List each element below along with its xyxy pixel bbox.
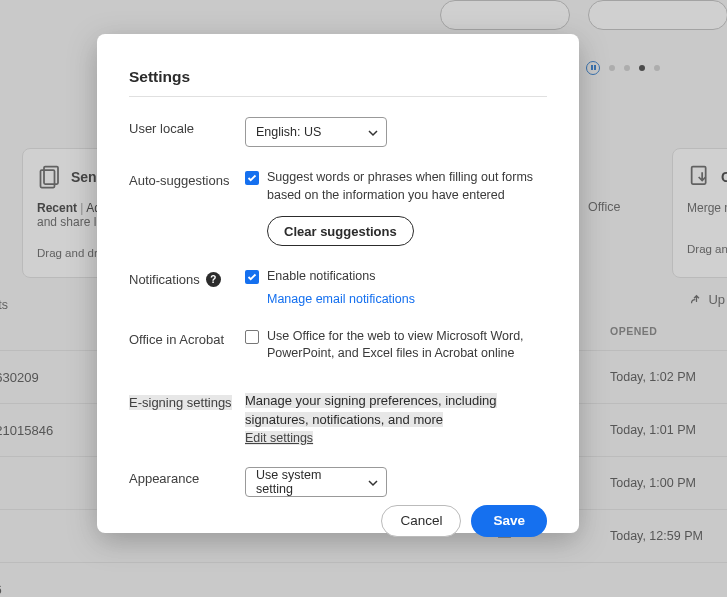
opened-header: OPENED [610, 325, 657, 337]
upload-icon [689, 292, 704, 307]
documents-icon [37, 163, 65, 191]
row-esigning: E-signing settings Manage your signing p… [129, 391, 547, 445]
enable-notifications-text: Enable notifications [267, 268, 375, 286]
row-notifications: Notifications ? Enable notifications Man… [129, 268, 547, 306]
autosuggest-label: Auto-suggestions [129, 169, 245, 188]
locale-select[interactable]: English: US [245, 117, 387, 147]
office-checkbox[interactable] [245, 330, 259, 344]
chevron-down-icon [368, 127, 378, 141]
settings-modal: Settings User locale English: US Auto-su… [97, 34, 579, 533]
autosuggest-checkbox[interactable] [245, 171, 259, 185]
office-text: Use Office for the web to view Microsoft… [267, 328, 547, 363]
save-button[interactable]: Save [471, 505, 547, 537]
esigning-label: E-signing settings [129, 395, 232, 410]
carousel-dots [586, 61, 660, 75]
locale-value: English: US [256, 125, 321, 139]
enable-notifications-checkbox[interactable] [245, 270, 259, 284]
modal-title: Settings [129, 68, 547, 86]
appearance-select[interactable]: Use system setting [245, 467, 387, 497]
cancel-button[interactable]: Cancel [381, 505, 461, 537]
appearance-value: Use system setting [256, 468, 360, 496]
row-autosuggest: Auto-suggestions Suggest words or phrase… [129, 169, 547, 246]
svg-rect-2 [692, 167, 706, 185]
combine-icon [687, 163, 715, 191]
card-combine: Co Merge mul Drag and dr [672, 148, 727, 278]
row-appearance: Appearance Use system setting [129, 467, 547, 497]
row-office: Office in Acrobat Use Office for the web… [129, 328, 547, 369]
divider [129, 96, 547, 97]
clear-suggestions-button[interactable]: Clear suggestions [267, 216, 414, 246]
upload-button: Up [689, 292, 725, 307]
locale-label: User locale [129, 117, 245, 136]
appearance-label: Appearance [129, 467, 245, 486]
office-label: Office in Acrobat [129, 328, 245, 347]
info-icon[interactable]: ? [206, 272, 221, 287]
edit-settings-link[interactable]: Edit settings [245, 431, 313, 445]
table-row: ce 16 [0, 562, 727, 597]
row-locale: User locale English: US [129, 117, 547, 147]
notifications-label: Notifications ? [129, 268, 245, 287]
agreements-label: eements [0, 298, 8, 312]
card-office-text: Office [588, 200, 620, 214]
autosuggest-text: Suggest words or phrases when filling ou… [267, 169, 547, 204]
manage-email-link[interactable]: Manage email notifications [267, 292, 547, 306]
esigning-desc: Manage your signing preferences, includi… [245, 393, 497, 428]
chevron-down-icon [368, 477, 378, 491]
pause-icon [586, 61, 600, 75]
